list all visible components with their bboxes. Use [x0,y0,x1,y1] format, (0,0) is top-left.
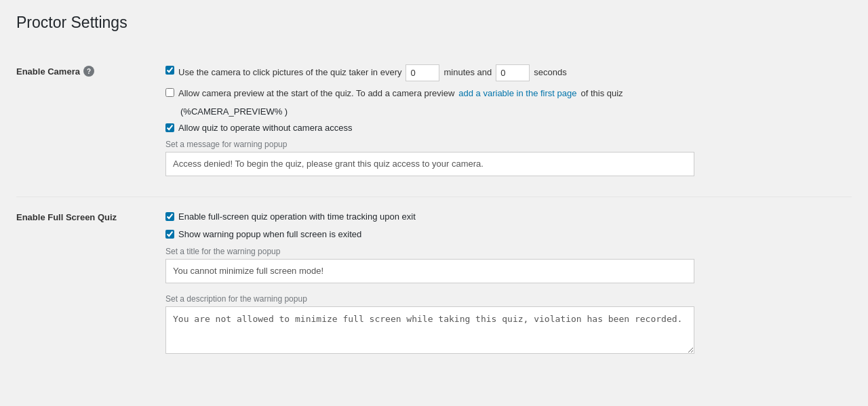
enable-camera-label: Enable Camera ? [16,64,165,77]
show-warning-label: Show warning popup when full screen is e… [178,228,361,241]
minutes-input[interactable] [406,64,439,81]
page-title: Proctor Settings [16,14,852,32]
allow-without-camera-label: Allow quiz to operate without camera acc… [178,122,353,134]
help-icon[interactable]: ? [83,66,94,77]
enable-fullscreen-label: Enable Full Screen Quiz [16,211,165,222]
allow-without-camera-row: Allow quiz to operate without camera acc… [165,122,852,134]
enable-camera-content: Use the camera to click pictures of the … [165,64,852,176]
enable-camera-section: Enable Camera ? Use the camera to click … [16,51,852,190]
warning-description-label: Set a description for the warning popup [165,294,852,304]
fullscreen-operation-row: Enable full-screen quiz operation with t… [165,211,852,223]
show-warning-checkbox[interactable] [165,230,174,239]
warning-popup-input[interactable] [165,152,694,176]
warning-title-input[interactable] [165,259,694,283]
enable-fullscreen-section: Enable Full Screen Quiz Enable full-scre… [16,197,852,369]
camera-preview-label: Allow camera preview at the start of the… [178,87,623,101]
use-camera-row: Use the camera to click pictures of the … [165,64,852,81]
camera-preview-row: Allow camera preview at the start of the… [165,87,852,101]
use-camera-label: Use the camera to click pictures of the … [178,64,567,81]
fullscreen-operation-label: Enable full-screen quiz operation with t… [178,211,416,223]
seconds-input[interactable] [496,64,530,81]
add-variable-link[interactable]: add a variable in the first page [458,87,576,101]
camera-note: (%CAMERA_PREVIEW% ) [180,106,852,117]
use-camera-checkbox[interactable] [165,66,174,75]
warning-popup-label: Set a message for warning popup [165,140,852,149]
show-warning-row: Show warning popup when full screen is e… [165,228,852,241]
camera-preview-checkbox[interactable] [165,88,174,97]
allow-without-camera-checkbox[interactable] [165,123,174,132]
warning-title-label: Set a title for the warning popup [165,247,852,256]
fullscreen-operation-checkbox[interactable] [165,212,174,221]
warning-description-textarea[interactable]: You are not allowed to minimize full scr… [165,306,694,354]
enable-fullscreen-content: Enable full-screen quiz operation with t… [165,211,852,356]
